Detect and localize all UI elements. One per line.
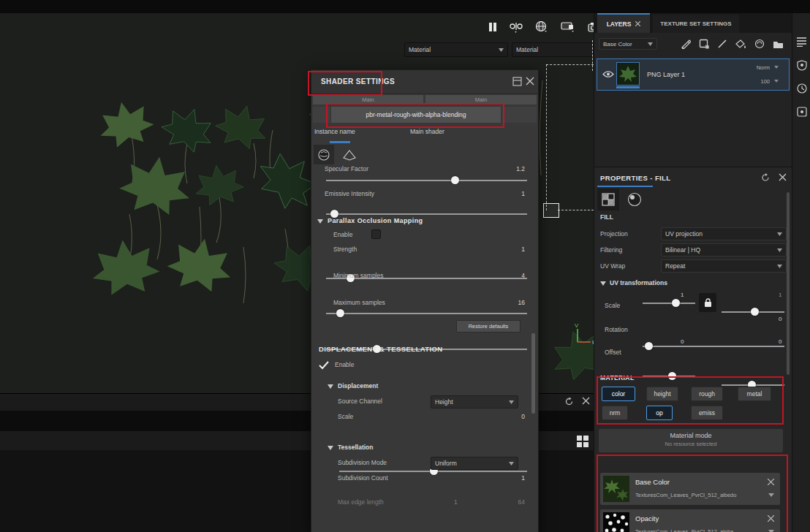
- selected-tab-underline: [330, 141, 350, 143]
- channel-filter-dropdown[interactable]: Base Color: [599, 38, 657, 50]
- properties-scrollbar[interactable]: [787, 192, 790, 375]
- projection-label: Projection: [600, 230, 628, 238]
- cone-icon: [343, 150, 356, 161]
- chevron-expanded-icon[interactable]: [600, 281, 606, 286]
- instance-value[interactable]: Main shader: [410, 128, 444, 135]
- offset-value-2: 0: [779, 338, 781, 345]
- chevron-down-icon[interactable]: [768, 493, 774, 497]
- effect-pen-icon[interactable]: [681, 39, 691, 49]
- close-icon[interactable]: [779, 173, 787, 181]
- environment-icon[interactable]: [535, 21, 548, 33]
- source-channel-dropdown[interactable]: Height: [431, 395, 518, 408]
- checkmark-icon[interactable]: [319, 361, 329, 370]
- pause-icon[interactable]: [488, 22, 497, 32]
- display-mode-dropdown-right[interactable]: Material: [512, 42, 594, 57]
- chevron-expanded-icon[interactable]: [317, 219, 323, 224]
- properties-box-icon[interactable]: [797, 107, 807, 117]
- pom-section-title[interactable]: Parallax Occlusion Mapping: [328, 217, 423, 224]
- layer-row[interactable]: PNG Layer 1 Norm 100: [597, 58, 790, 91]
- fill-layer-bucket-icon[interactable]: [735, 39, 746, 49]
- display-mode-icon[interactable]: [561, 21, 575, 33]
- param-value: 1: [521, 190, 525, 197]
- shader-list-header-1-label: Main: [362, 96, 374, 103]
- specular-factor-slider[interactable]: [326, 176, 527, 185]
- displacement-group-label[interactable]: Displacement: [338, 382, 378, 390]
- tab-fill-material[interactable]: [624, 189, 646, 210]
- dock-icon[interactable]: [512, 77, 522, 86]
- rotation-slider[interactable]: [643, 342, 784, 351]
- scale-slider-1[interactable]: [643, 299, 695, 308]
- scale-slider-2[interactable]: [722, 308, 784, 316]
- history-clock-icon[interactable]: [797, 83, 807, 94]
- layer-name: PNG Layer 1: [647, 71, 685, 78]
- solo-channel-view-icon[interactable]: [510, 22, 523, 33]
- tab-displacement-cone[interactable]: [341, 146, 358, 164]
- subdivision-mode-dropdown[interactable]: Uniform: [431, 457, 518, 470]
- channel-button-nrm[interactable]: nrm: [602, 406, 628, 420]
- add-layer-icon[interactable]: [699, 39, 709, 49]
- scale-lock-button[interactable]: [699, 293, 716, 312]
- refresh-icon[interactable]: [761, 173, 770, 182]
- uv-transformations-label[interactable]: UV transformations: [610, 279, 667, 286]
- param-label: Maximum samples: [333, 299, 385, 306]
- tab-fill-image[interactable]: [597, 189, 619, 210]
- close-icon[interactable]: [526, 77, 534, 86]
- refresh-icon[interactable]: [564, 397, 574, 406]
- smart-material-icon[interactable]: [754, 39, 765, 49]
- folder-icon[interactable]: [773, 39, 784, 49]
- channel-button-color[interactable]: color: [602, 387, 635, 401]
- uv-tile-border-left: [546, 64, 547, 210]
- layer-blend-mode[interactable]: Norm: [757, 64, 770, 71]
- grid-view-icon[interactable]: [576, 435, 588, 447]
- projection-dropdown[interactable]: UV projection: [661, 227, 787, 240]
- channel-button-rough[interactable]: rough: [691, 387, 723, 401]
- channel-button-metal[interactable]: metal: [738, 387, 771, 401]
- material-section-label: MATERIAL: [600, 374, 634, 381]
- pom-enable-checkbox[interactable]: [371, 229, 381, 239]
- tab-material-sphere[interactable]: [314, 145, 334, 164]
- param-label: Strength: [333, 246, 357, 253]
- uv-tile-handle[interactable]: [543, 203, 559, 218]
- channel-button-emiss[interactable]: emiss: [691, 406, 723, 420]
- shader-dialog-titlebar[interactable]: SHADER SETTINGS: [311, 70, 538, 94]
- rotation-value: 0: [779, 316, 781, 322]
- restore-defaults-button[interactable]: Restore defaults: [456, 320, 521, 332]
- layer-opacity[interactable]: 100: [760, 78, 770, 85]
- close-icon[interactable]: [768, 479, 774, 485]
- close-icon[interactable]: [768, 515, 774, 522]
- chevron-expanded-icon[interactable]: [328, 446, 333, 450]
- texture-card-base-color[interactable]: Base Color TexturesCom_Leaves_PvrCl_512_…: [600, 473, 780, 505]
- properties-tab-underline: [597, 186, 653, 187]
- channel-button-op[interactable]: op: [646, 406, 673, 420]
- pom-min-samples-slider[interactable]: [326, 309, 527, 318]
- shader-list-header-2[interactable]: Main: [425, 95, 537, 104]
- tab-layers[interactable]: LAYERS: [597, 13, 650, 33]
- eye-visibility-icon[interactable]: [602, 70, 614, 78]
- shader-params-scrollarea[interactable]: Specular Factor 1.2 Emissive Intensity 1…: [311, 165, 538, 532]
- chevron-expanded-icon[interactable]: [328, 384, 333, 389]
- paint-layer-icon[interactable]: [717, 39, 727, 49]
- close-icon[interactable]: [635, 21, 640, 26]
- texture-card-opacity[interactable]: Opacity TexturesCom_Leaves_PvrCl_512_alp…: [600, 509, 780, 532]
- close-icon[interactable]: [582, 397, 590, 405]
- channel-button-height[interactable]: height: [646, 387, 678, 401]
- shader-selector-dropdown[interactable]: pbr-metal-rough-with-alpha-blending: [331, 107, 501, 123]
- tab-texture-set-settings[interactable]: TEXTURE SET SETTINGS: [653, 15, 739, 33]
- chevron-down-icon: [774, 80, 779, 83]
- shader-list-header-1[interactable]: Main: [313, 95, 423, 104]
- display-mode-dropdown-left[interactable]: Material: [404, 42, 508, 57]
- edge-length-value: 64: [518, 498, 525, 506]
- dialog-scrollbar[interactable]: [531, 333, 535, 414]
- filtering-dropdown[interactable]: Bilinear | HQ: [661, 243, 787, 256]
- layers-toolbar: [681, 37, 789, 51]
- assets-badge-icon[interactable]: [797, 60, 807, 71]
- channel-label: emiss: [699, 409, 715, 417]
- offset-value-1: 0: [681, 338, 684, 345]
- uv-wrap-dropdown[interactable]: Repeat: [661, 259, 787, 273]
- panel-list-icon[interactable]: [796, 37, 807, 47]
- material-mode-button[interactable]: Material mode No resource selected: [599, 429, 783, 452]
- offset-slider-1[interactable]: [643, 372, 695, 381]
- panel-edge-dashed: [592, 40, 593, 71]
- shader-settings-dialog: SHADER SETTINGS Main Main pbr-metal-roug…: [311, 69, 539, 532]
- tessellation-group-label[interactable]: Tessellation: [338, 444, 374, 451]
